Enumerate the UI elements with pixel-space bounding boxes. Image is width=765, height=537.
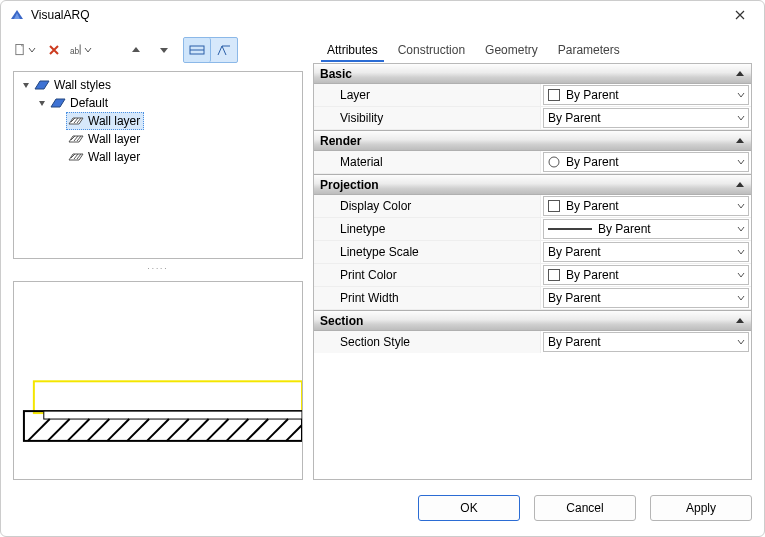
dialog-body: ab — [1, 29, 764, 536]
svg-rect-17 — [34, 381, 302, 413]
tree-leaf[interactable]: Wall layer — [14, 130, 302, 148]
app-icon — [9, 7, 25, 23]
dialog-footer: OK Cancel Apply — [13, 480, 752, 526]
prop-label: Visibility — [314, 107, 541, 129]
group-header-basic[interactable]: Basic — [314, 64, 751, 84]
delete-style-button[interactable] — [41, 37, 67, 63]
group-header-section[interactable]: Section — [314, 310, 751, 331]
wall-layer-icon — [68, 114, 84, 128]
ok-button[interactable]: OK — [418, 495, 520, 521]
svg-line-25 — [127, 419, 149, 441]
tree-root[interactable]: Wall styles — [14, 76, 302, 94]
close-icon — [734, 9, 746, 21]
preview-view-toggle — [183, 37, 238, 63]
svg-line-31 — [246, 419, 268, 441]
expand-icon[interactable] — [36, 97, 48, 109]
svg-line-30 — [227, 419, 249, 441]
prop-row-material: Material By Parent — [314, 151, 751, 174]
wall-styles-icon — [34, 78, 50, 92]
tree-leaf-label: Wall layer — [88, 132, 140, 146]
combo-display-color[interactable]: By Parent — [543, 196, 749, 216]
main-area: ab — [13, 37, 752, 480]
chevron-down-icon — [737, 271, 745, 279]
style-tree[interactable]: Wall styles Default — [13, 71, 303, 259]
sphere-icon — [548, 156, 560, 168]
prop-label: Linetype Scale — [314, 241, 541, 263]
color-swatch — [548, 200, 560, 212]
combo-linetype[interactable]: By Parent — [543, 219, 749, 239]
expand-icon[interactable] — [20, 79, 32, 91]
prop-row-section-style: Section Style By Parent — [314, 331, 751, 353]
collapse-icon[interactable] — [735, 69, 745, 79]
tree-leaf[interactable]: Wall layer — [14, 112, 302, 130]
close-button[interactable] — [724, 3, 756, 27]
combo-linetype-scale[interactable]: By Parent — [543, 242, 749, 262]
prop-row-display-color: Display Color By Parent — [314, 195, 751, 218]
move-down-button[interactable] — [151, 37, 177, 63]
up-icon — [131, 45, 141, 55]
tree-node[interactable]: Default — [14, 94, 302, 112]
group-header-projection[interactable]: Projection — [314, 174, 751, 195]
svg-line-24 — [107, 419, 129, 441]
left-column: ab — [13, 37, 303, 480]
svg-line-22 — [68, 419, 90, 441]
svg-line-29 — [207, 419, 229, 441]
toolbar: ab — [13, 37, 303, 63]
tree-root-label: Wall styles — [54, 78, 111, 92]
prop-label: Section Style — [314, 331, 541, 353]
chevron-down-icon — [737, 91, 745, 99]
wall-view-icon — [189, 43, 205, 57]
combo-material[interactable]: By Parent — [543, 152, 749, 172]
prop-row-print-width: Print Width By Parent — [314, 287, 751, 310]
svg-line-27 — [167, 419, 189, 441]
chevron-down-icon — [84, 46, 92, 54]
tree-node-label: Default — [70, 96, 108, 110]
combo-visibility[interactable]: By Parent — [543, 108, 749, 128]
chevron-down-icon — [737, 202, 745, 210]
combo-print-color[interactable]: By Parent — [543, 265, 749, 285]
prop-row-print-color: Print Color By Parent — [314, 264, 751, 287]
dialog-window: VisualARQ — [0, 0, 765, 537]
prop-label: Material — [314, 151, 541, 173]
prop-label: Layer — [314, 84, 541, 106]
chevron-down-icon — [737, 225, 745, 233]
wall-layer-icon — [68, 132, 84, 146]
preview-pane[interactable] — [13, 281, 303, 480]
section-view-button[interactable] — [211, 38, 237, 62]
tree-leaf-label: Wall layer — [88, 150, 140, 164]
rename-icon: ab — [70, 43, 83, 57]
prop-row-visibility: Visibility By Parent — [314, 107, 751, 130]
collapse-icon[interactable] — [735, 316, 745, 326]
chevron-down-icon — [737, 294, 745, 302]
move-up-button[interactable] — [123, 37, 149, 63]
right-column: Attributes Construction Geometry Paramet… — [313, 37, 752, 480]
tab-construction[interactable]: Construction — [388, 39, 475, 61]
wall-view-button[interactable] — [184, 38, 211, 62]
titlebar: VisualARQ — [1, 1, 764, 29]
tab-attributes[interactable]: Attributes — [317, 39, 388, 61]
collapse-icon[interactable] — [735, 136, 745, 146]
new-style-button[interactable] — [13, 37, 39, 63]
rename-style-button[interactable]: ab — [69, 37, 95, 63]
prop-row-linetype-scale: Linetype Scale By Parent — [314, 241, 751, 264]
combo-print-width[interactable]: By Parent — [543, 288, 749, 308]
prop-row-linetype: Linetype By Parent — [314, 218, 751, 241]
tab-geometry[interactable]: Geometry — [475, 39, 548, 61]
line-icon — [548, 225, 592, 233]
prop-label: Print Color — [314, 264, 541, 286]
window-title: VisualARQ — [31, 8, 724, 22]
tree-leaf[interactable]: Wall layer — [14, 148, 302, 166]
tab-parameters[interactable]: Parameters — [548, 39, 630, 61]
group-header-render[interactable]: Render — [314, 130, 751, 151]
collapse-icon[interactable] — [735, 180, 745, 190]
down-icon — [159, 45, 169, 55]
combo-section-style[interactable]: By Parent — [543, 332, 749, 352]
new-icon — [14, 43, 27, 57]
svg-point-34 — [549, 157, 559, 167]
cancel-button[interactable]: Cancel — [534, 495, 636, 521]
splitter-handle[interactable]: ····· — [13, 267, 303, 273]
combo-layer[interactable]: By Parent — [543, 85, 749, 105]
svg-line-20 — [28, 419, 50, 441]
apply-button[interactable]: Apply — [650, 495, 752, 521]
wall-style-icon — [50, 96, 66, 110]
